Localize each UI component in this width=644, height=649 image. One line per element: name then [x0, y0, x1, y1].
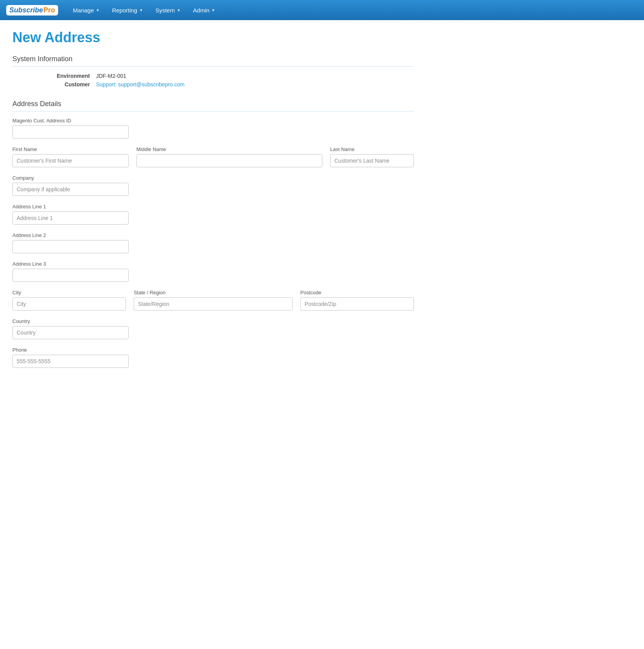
address-details-heading: Address Details [12, 100, 414, 112]
company-input[interactable] [12, 183, 129, 196]
middle-name-group: Middle Name [136, 146, 322, 167]
address-line3-group: Address Line 3 [12, 261, 414, 282]
state-label: State / Region [134, 290, 293, 295]
address-line3-label: Address Line 3 [12, 261, 414, 267]
chevron-down-icon: ▼ [139, 8, 143, 12]
logo-pro-text: Pro [43, 6, 55, 14]
environment-value: JDF-M2-001 [96, 73, 126, 79]
page-title: New Address [12, 29, 414, 46]
customer-label: Customer [47, 81, 90, 88]
magento-id-input[interactable] [12, 125, 129, 139]
navbar: Subscribe Pro Manage ▼ Reporting ▼ Syste… [0, 0, 644, 20]
chevron-down-icon: ▼ [177, 8, 181, 12]
address-line2-group: Address Line 2 [12, 232, 414, 253]
company-label: Company [12, 175, 414, 181]
environment-label: Environment [47, 73, 90, 79]
state-input[interactable] [134, 297, 293, 311]
country-label: Country [12, 318, 414, 324]
name-row: First Name Middle Name Last Name [12, 146, 414, 167]
address-details-section: Address Details Magento Cust. Address ID… [12, 100, 414, 368]
last-name-group: Last Name [330, 146, 414, 167]
info-row-environment: Environment JDF-M2-001 [47, 73, 414, 79]
brand-logo[interactable]: Subscribe Pro [6, 5, 58, 15]
nav-label-reporting: Reporting [112, 7, 137, 14]
city-group: City [12, 290, 126, 311]
state-group: State / Region [134, 290, 293, 311]
system-info-heading: System Information [12, 55, 414, 67]
nav-item-system[interactable]: System ▼ [150, 4, 186, 17]
address-line1-label: Address Line 1 [12, 204, 414, 209]
phone-label: Phone [12, 347, 414, 353]
city-label: City [12, 290, 126, 295]
postcode-input[interactable] [300, 297, 414, 311]
system-info-section: System Information Environment JDF-M2-00… [12, 55, 414, 88]
country-input[interactable] [12, 326, 129, 339]
company-group: Company [12, 175, 414, 196]
middle-name-input[interactable] [136, 154, 322, 167]
city-state-row: City State / Region Postcode [12, 290, 414, 311]
nav-label-admin: Admin [193, 7, 210, 14]
chevron-down-icon: ▼ [96, 8, 100, 12]
phone-group: Phone [12, 347, 414, 368]
nav-label-system: System [155, 7, 175, 14]
customer-link[interactable]: Support: support@subscribepro.com [96, 81, 184, 88]
magento-id-group: Magento Cust. Address ID [12, 118, 414, 139]
address-line3-input[interactable] [12, 269, 129, 282]
first-name-label: First Name [12, 146, 129, 152]
phone-input[interactable] [12, 355, 129, 368]
middle-name-label: Middle Name [136, 146, 322, 152]
magento-id-label: Magento Cust. Address ID [12, 118, 414, 124]
postcode-label: Postcode [300, 290, 414, 295]
chevron-down-icon: ▼ [212, 8, 215, 12]
logo-subscribe-text: Subscribe [9, 6, 43, 14]
address-line2-label: Address Line 2 [12, 232, 414, 238]
first-name-input[interactable] [12, 154, 129, 167]
address-line2-input[interactable] [12, 240, 129, 253]
nav-item-admin[interactable]: Admin ▼ [188, 4, 220, 17]
system-info-table: Environment JDF-M2-001 Customer Support:… [47, 73, 414, 88]
info-row-customer: Customer Support: support@subscribepro.c… [47, 81, 414, 88]
logo-box: Subscribe Pro [6, 5, 58, 15]
first-name-group: First Name [12, 146, 129, 167]
nav-item-reporting[interactable]: Reporting ▼ [107, 4, 148, 17]
nav-item-manage[interactable]: Manage ▼ [67, 4, 105, 17]
last-name-label: Last Name [330, 146, 414, 152]
postcode-group: Postcode [300, 290, 414, 311]
nav-menu: Manage ▼ Reporting ▼ System ▼ Admin ▼ [67, 4, 220, 17]
nav-label-manage: Manage [73, 7, 94, 14]
address-line1-group: Address Line 1 [12, 204, 414, 225]
country-group: Country [12, 318, 414, 339]
page-content: New Address System Information Environme… [0, 20, 426, 385]
last-name-input[interactable] [330, 154, 414, 167]
address-line1-input[interactable] [12, 211, 129, 225]
city-input[interactable] [12, 297, 126, 311]
